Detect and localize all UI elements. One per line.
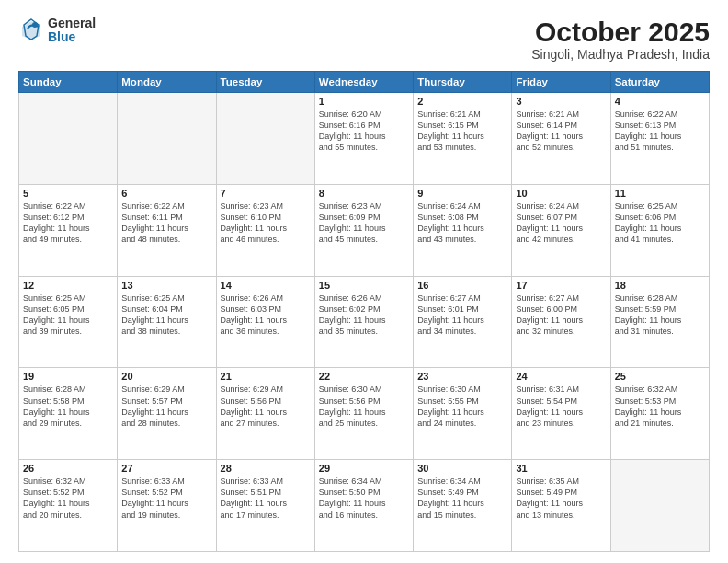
day-number: 15	[319, 280, 409, 291]
day-info: Sunrise: 6:33 AM Sunset: 5:52 PM Dayligh…	[121, 476, 211, 521]
calendar-cell: 31Sunrise: 6:35 AM Sunset: 5:49 PM Dayli…	[512, 460, 610, 552]
title-block: October 2025 Singoli, Madhya Pradesh, In…	[531, 17, 710, 62]
day-info: Sunrise: 6:21 AM Sunset: 6:15 PM Dayligh…	[417, 109, 507, 154]
day-number: 23	[417, 371, 507, 382]
day-info: Sunrise: 6:24 AM Sunset: 6:08 PM Dayligh…	[417, 201, 507, 246]
calendar-cell: 22Sunrise: 6:30 AM Sunset: 5:56 PM Dayli…	[314, 368, 413, 460]
day-info: Sunrise: 6:25 AM Sunset: 6:04 PM Dayligh…	[121, 293, 211, 338]
calendar-week-3: 12Sunrise: 6:25 AM Sunset: 6:05 PM Dayli…	[19, 276, 710, 368]
logo-general-text: General	[48, 17, 96, 30]
day-info: Sunrise: 6:26 AM Sunset: 6:03 PM Dayligh…	[221, 293, 311, 338]
calendar-cell	[610, 460, 709, 552]
header-wednesday: Wednesday	[314, 72, 413, 93]
calendar-cell: 6Sunrise: 6:22 AM Sunset: 6:11 PM Daylig…	[118, 184, 216, 276]
calendar-cell: 3Sunrise: 6:21 AM Sunset: 6:14 PM Daylig…	[512, 93, 610, 185]
calendar-cell: 21Sunrise: 6:29 AM Sunset: 5:56 PM Dayli…	[216, 368, 314, 460]
day-number: 6	[121, 188, 211, 199]
day-info: Sunrise: 6:28 AM Sunset: 5:58 PM Dayligh…	[23, 384, 113, 429]
calendar-cell: 11Sunrise: 6:25 AM Sunset: 6:06 PM Dayli…	[610, 184, 709, 276]
day-number: 28	[221, 463, 311, 474]
calendar-cell: 1Sunrise: 6:20 AM Sunset: 6:16 PM Daylig…	[314, 93, 413, 185]
day-info: Sunrise: 6:29 AM Sunset: 5:56 PM Dayligh…	[221, 384, 311, 429]
calendar-cell: 15Sunrise: 6:26 AM Sunset: 6:02 PM Dayli…	[314, 276, 413, 368]
day-number: 29	[319, 463, 409, 474]
day-number: 5	[23, 188, 113, 199]
day-number: 27	[121, 463, 211, 474]
calendar-cell: 12Sunrise: 6:25 AM Sunset: 6:05 PM Dayli…	[19, 276, 118, 368]
calendar-cell: 30Sunrise: 6:34 AM Sunset: 5:49 PM Dayli…	[414, 460, 512, 552]
calendar-cell: 23Sunrise: 6:30 AM Sunset: 5:55 PM Dayli…	[414, 368, 512, 460]
page: General Blue October 2025 Singoli, Madhy…	[0, 0, 728, 563]
day-info: Sunrise: 6:21 AM Sunset: 6:14 PM Dayligh…	[516, 109, 606, 154]
calendar-cell: 29Sunrise: 6:34 AM Sunset: 5:50 PM Dayli…	[314, 460, 413, 552]
day-number: 13	[121, 280, 211, 291]
header-saturday: Saturday	[610, 72, 709, 93]
day-number: 3	[516, 96, 606, 107]
calendar-cell: 24Sunrise: 6:31 AM Sunset: 5:54 PM Dayli…	[512, 368, 610, 460]
day-info: Sunrise: 6:24 AM Sunset: 6:07 PM Dayligh…	[516, 201, 606, 246]
logo-text: General Blue	[48, 17, 96, 45]
logo: General Blue	[18, 17, 96, 45]
header-tuesday: Tuesday	[216, 72, 314, 93]
month-title: October 2025	[531, 17, 710, 47]
calendar-cell: 20Sunrise: 6:29 AM Sunset: 5:57 PM Dayli…	[118, 368, 216, 460]
calendar-cell: 7Sunrise: 6:23 AM Sunset: 6:10 PM Daylig…	[216, 184, 314, 276]
svg-point-0	[32, 22, 38, 28]
day-number: 14	[221, 280, 311, 291]
day-info: Sunrise: 6:28 AM Sunset: 5:59 PM Dayligh…	[615, 293, 705, 338]
calendar-cell: 19Sunrise: 6:28 AM Sunset: 5:58 PM Dayli…	[19, 368, 118, 460]
day-info: Sunrise: 6:22 AM Sunset: 6:13 PM Dayligh…	[615, 109, 705, 154]
weekday-header-row: Sunday Monday Tuesday Wednesday Thursday…	[19, 72, 710, 93]
day-info: Sunrise: 6:30 AM Sunset: 5:56 PM Dayligh…	[319, 384, 409, 429]
calendar-cell: 8Sunrise: 6:23 AM Sunset: 6:09 PM Daylig…	[314, 184, 413, 276]
day-number: 10	[516, 188, 606, 199]
day-info: Sunrise: 6:32 AM Sunset: 5:52 PM Dayligh…	[23, 476, 113, 521]
day-number: 11	[615, 188, 705, 199]
calendar-cell: 16Sunrise: 6:27 AM Sunset: 6:01 PM Dayli…	[414, 276, 512, 368]
day-info: Sunrise: 6:22 AM Sunset: 6:11 PM Dayligh…	[121, 201, 211, 246]
day-info: Sunrise: 6:20 AM Sunset: 6:16 PM Dayligh…	[319, 109, 409, 154]
calendar-week-5: 26Sunrise: 6:32 AM Sunset: 5:52 PM Dayli…	[19, 460, 710, 552]
calendar-cell: 9Sunrise: 6:24 AM Sunset: 6:08 PM Daylig…	[414, 184, 512, 276]
day-number: 26	[23, 463, 113, 474]
day-info: Sunrise: 6:23 AM Sunset: 6:09 PM Dayligh…	[319, 201, 409, 246]
day-number: 8	[319, 188, 409, 199]
calendar-week-4: 19Sunrise: 6:28 AM Sunset: 5:58 PM Dayli…	[19, 368, 710, 460]
calendar-cell: 2Sunrise: 6:21 AM Sunset: 6:15 PM Daylig…	[414, 93, 512, 185]
day-number: 31	[516, 463, 606, 474]
calendar-cell: 13Sunrise: 6:25 AM Sunset: 6:04 PM Dayli…	[118, 276, 216, 368]
logo-icon	[18, 17, 44, 43]
day-number: 12	[23, 280, 113, 291]
day-number: 21	[221, 371, 311, 382]
day-info: Sunrise: 6:32 AM Sunset: 5:53 PM Dayligh…	[615, 384, 705, 429]
calendar-cell: 10Sunrise: 6:24 AM Sunset: 6:07 PM Dayli…	[512, 184, 610, 276]
day-info: Sunrise: 6:34 AM Sunset: 5:50 PM Dayligh…	[319, 476, 409, 521]
logo-blue-text: Blue	[48, 30, 96, 44]
day-number: 16	[417, 280, 507, 291]
day-info: Sunrise: 6:34 AM Sunset: 5:49 PM Dayligh…	[417, 476, 507, 521]
day-info: Sunrise: 6:23 AM Sunset: 6:10 PM Dayligh…	[221, 201, 311, 246]
calendar-week-2: 5Sunrise: 6:22 AM Sunset: 6:12 PM Daylig…	[19, 184, 710, 276]
day-number: 17	[516, 280, 606, 291]
day-info: Sunrise: 6:27 AM Sunset: 6:00 PM Dayligh…	[516, 293, 606, 338]
header: General Blue October 2025 Singoli, Madhy…	[18, 17, 710, 62]
day-number: 9	[417, 188, 507, 199]
calendar-cell	[216, 93, 314, 185]
day-number: 22	[319, 371, 409, 382]
calendar-cell: 25Sunrise: 6:32 AM Sunset: 5:53 PM Dayli…	[610, 368, 709, 460]
day-number: 19	[23, 371, 113, 382]
calendar-cell	[19, 93, 118, 185]
day-number: 4	[615, 96, 705, 107]
calendar-cell: 17Sunrise: 6:27 AM Sunset: 6:00 PM Dayli…	[512, 276, 610, 368]
day-number: 1	[319, 96, 409, 107]
calendar-cell: 5Sunrise: 6:22 AM Sunset: 6:12 PM Daylig…	[19, 184, 118, 276]
day-number: 25	[615, 371, 705, 382]
header-friday: Friday	[512, 72, 610, 93]
day-number: 30	[417, 463, 507, 474]
location-subtitle: Singoli, Madhya Pradesh, India	[531, 47, 710, 62]
day-number: 2	[417, 96, 507, 107]
calendar-table: Sunday Monday Tuesday Wednesday Thursday…	[18, 71, 710, 552]
day-info: Sunrise: 6:33 AM Sunset: 5:51 PM Dayligh…	[221, 476, 311, 521]
day-number: 24	[516, 371, 606, 382]
day-info: Sunrise: 6:31 AM Sunset: 5:54 PM Dayligh…	[516, 384, 606, 429]
